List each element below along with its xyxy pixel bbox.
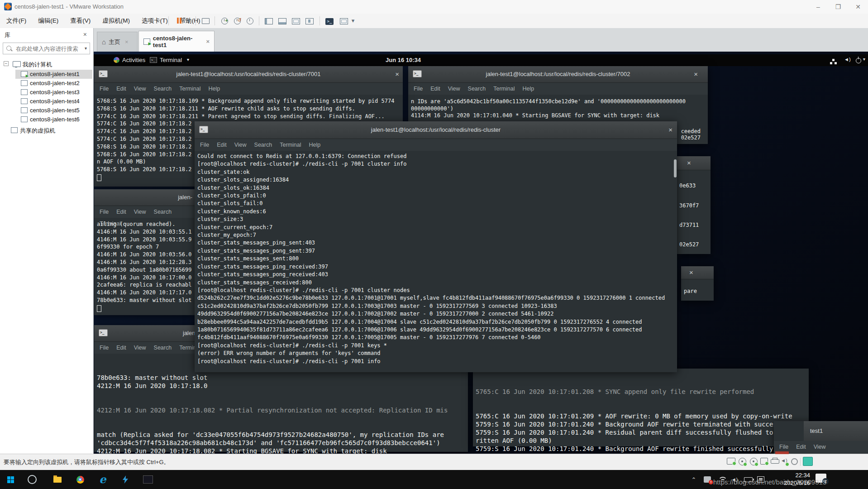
library-search[interactable]: ▾	[3, 43, 90, 54]
start-button[interactable]	[4, 473, 17, 486]
menu-item[interactable]: Edit	[430, 83, 440, 95]
menu-item[interactable]: View	[134, 83, 146, 95]
collapse-icon[interactable]: −	[4, 61, 9, 66]
background-terminal-fragment-a[interactable]: × 0e633 3670f7 d73711 02e527	[677, 156, 711, 254]
app-menu-button[interactable]: Terminal	[160, 57, 182, 63]
cortana-button[interactable]	[25, 473, 39, 486]
terminal-titlebar[interactable]: >_ jalen-test1@localhost:/usr/local/redi…	[195, 121, 677, 139]
tab-home[interactable]: ⌂ 主页 ×	[97, 32, 138, 52]
sidebar-item-vm2[interactable]: centos8-jalen-test2	[0, 79, 93, 88]
terminal-window-redis-cluster[interactable]: >_ jalen-test1@localhost:/usr/local/redi…	[195, 121, 677, 372]
terminal-window-bottom-right[interactable]: 5765:C 16 Jun 2020 10:17:01.208 * SYNC a…	[473, 369, 809, 446]
menu-item[interactable]: 查看(V)	[70, 17, 91, 25]
restore-thumbnail-button[interactable]	[803, 457, 813, 466]
menu-item[interactable]: View	[814, 441, 826, 453]
sidebar-item-vm3[interactable]: centos8-jalen-test3	[0, 88, 93, 97]
ctrl-alt-del-button[interactable]	[200, 16, 211, 26]
terminal-window-mid-left[interactable]: jalen- FileEditViewSearchTerminal ailing…	[94, 189, 195, 315]
unity-mode-button[interactable]	[304, 16, 315, 26]
menu-item[interactable]: File	[100, 206, 109, 218]
menu-item[interactable]: 虚拟机(M)	[102, 17, 130, 25]
menu-item[interactable]: File	[100, 83, 109, 95]
sidebar-item-vm1[interactable]: ▶ centos8-jalen-test1	[15, 70, 92, 79]
console-view-button[interactable]: >_	[324, 16, 335, 26]
tab-vm-active[interactable]: ▶ centos8-jalen-test1 ×	[138, 31, 215, 52]
menu-item[interactable]: Terminal	[280, 139, 301, 151]
hard-disk-device-icon[interactable]	[727, 458, 735, 465]
close-icon[interactable]: ×	[668, 126, 672, 134]
search-caret-icon[interactable]: ▾	[85, 46, 87, 51]
menu-item[interactable]: File	[100, 342, 109, 354]
close-icon[interactable]: ×	[689, 268, 693, 276]
menu-item[interactable]: File	[414, 83, 423, 95]
system-menu-caret-icon[interactable]: ▾	[863, 57, 865, 62]
close-icon[interactable]: ×	[395, 70, 399, 78]
sidebar-item-vm4[interactable]: centos8-jalen-test4	[0, 97, 93, 106]
sound-device-icon[interactable]: ◄)	[781, 458, 788, 465]
sidebar-item-vm5[interactable]: centos8-jalen-test5	[0, 106, 93, 115]
sidebar-item-vm6[interactable]: centos8-jalen-test6	[0, 115, 93, 124]
terminal-titlebar[interactable]: >_ jalen-test1@localhost:/usr/local/redi…	[408, 66, 708, 83]
menu-item[interactable]: Edit	[796, 441, 806, 453]
menu-item[interactable]: Search	[254, 139, 272, 151]
close-icon[interactable]: ×	[694, 70, 698, 78]
snapshot-manager-button[interactable]	[244, 16, 255, 26]
menu-item[interactable]: Search	[468, 83, 486, 95]
network-device-icon[interactable]	[760, 458, 768, 465]
menu-item[interactable]: 选项卡(T)	[142, 17, 168, 25]
background-terminal-fragment-b[interactable]: × pare	[681, 266, 714, 301]
show-library-button[interactable]	[263, 16, 274, 26]
close-button[interactable]: ✕	[848, 0, 868, 14]
suspend-button[interactable]	[174, 16, 185, 26]
show-thumbnail-bar-button[interactable]	[277, 16, 288, 26]
menu-item[interactable]: 文件(F)	[6, 17, 26, 25]
terminal-titlebar[interactable]: test1	[804, 421, 868, 441]
revert-snapshot-button[interactable]	[232, 16, 243, 26]
suspend-caret[interactable]: ▾	[186, 16, 191, 26]
menu-item[interactable]: Terminal	[493, 83, 515, 95]
menu-item[interactable]: Edit	[116, 206, 126, 218]
minimize-button[interactable]: –	[808, 0, 828, 14]
terminal-titlebar[interactable]: >_ jalen-test1@localhost:/usr/local/redi…	[94, 66, 403, 83]
record-icon[interactable]	[791, 458, 798, 465]
menu-item[interactable]: Help	[208, 83, 220, 95]
chrome-icon[interactable]	[73, 473, 87, 486]
search-input[interactable]	[15, 44, 80, 54]
gnome-clock[interactable]: Jun 16 10:34	[386, 57, 421, 63]
menu-item[interactable]: View	[134, 206, 146, 218]
console-app-icon[interactable]	[141, 473, 155, 486]
cd-device-icon[interactable]	[739, 458, 746, 465]
menu-item[interactable]: Terminal	[179, 83, 200, 95]
thunder-icon[interactable]	[119, 473, 132, 486]
terminal-titlebar[interactable]: jalen-	[94, 189, 195, 206]
maximize-button[interactable]: ❐	[828, 0, 848, 14]
cd-device-icon-2[interactable]	[750, 458, 758, 465]
tree-node-my-computer[interactable]: − 我的计算机	[0, 60, 93, 69]
tray-expand-chevron[interactable]: ⌃	[687, 473, 701, 486]
vmware-tray-icon[interactable]	[701, 473, 714, 486]
menu-item[interactable]: Edit	[217, 139, 227, 151]
menu-item[interactable]: File	[200, 139, 209, 151]
menu-item[interactable]: View	[448, 83, 460, 95]
tab-close-icon[interactable]: ×	[125, 38, 129, 45]
stretch-guest-button[interactable]	[339, 16, 349, 26]
stretch-caret[interactable]: ▾	[350, 16, 356, 26]
menu-item[interactable]: Search	[154, 83, 172, 95]
menu-item[interactable]: Help	[309, 139, 320, 151]
file-explorer-icon[interactable]	[51, 473, 64, 486]
library-close-icon[interactable]: ×	[83, 31, 87, 38]
vm-console-screen[interactable]: Activities >_ Terminal ▾ Jun 16 10:34 ◄)…	[94, 52, 868, 454]
menu-item[interactable]: Search	[154, 342, 172, 354]
tab-close-icon[interactable]: ×	[206, 38, 210, 45]
close-icon[interactable]: ×	[687, 159, 691, 167]
menu-item[interactable]: Edit	[116, 83, 126, 95]
menu-item[interactable]: View	[134, 342, 146, 354]
menu-item[interactable]: Edit	[116, 342, 126, 354]
edge-icon[interactable]: e	[96, 473, 110, 486]
fullscreen-button[interactable]	[291, 16, 301, 26]
menu-item[interactable]: 编辑(E)	[38, 17, 58, 25]
background-terminal-fragment-c[interactable]: test1 FileEditView	[774, 421, 868, 454]
sidebar-item-shared-vms[interactable]: 共享的虚拟机	[0, 126, 93, 135]
scrollbar[interactable]	[674, 159, 677, 177]
menu-item[interactable]: Help	[522, 83, 534, 95]
